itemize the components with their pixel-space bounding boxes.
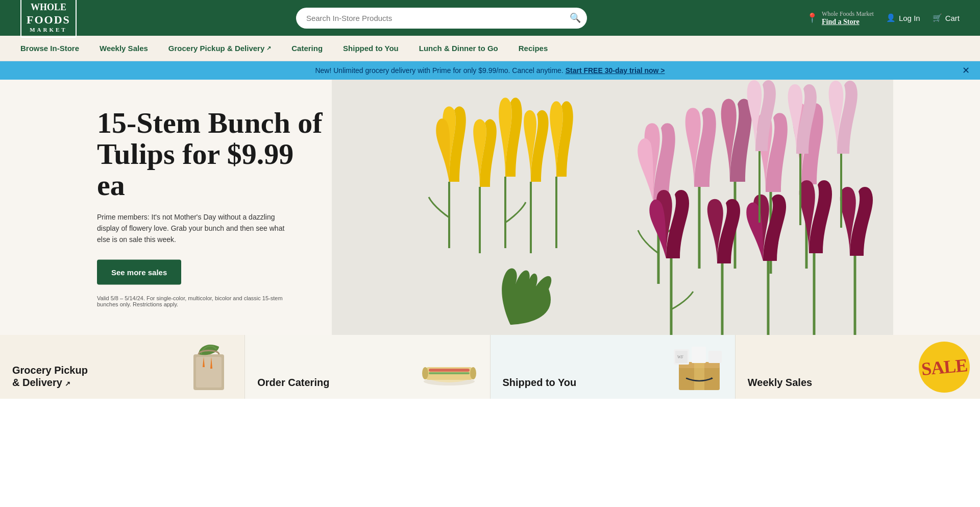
- header-actions: 📍 Whole Foods Market Find a Store 👤 Log …: [806, 10, 960, 26]
- sale-circle: SALE: [919, 342, 970, 393]
- svg-rect-25: [429, 372, 470, 374]
- card-grocery-pickup[interactable]: Grocery Pickup& Delivery ↗: [0, 335, 245, 399]
- card-sale-image: SALE: [914, 335, 975, 399]
- location-icon: 📍: [806, 12, 818, 23]
- nav-catering[interactable]: Catering: [281, 36, 333, 61]
- hero-image: [245, 80, 980, 335]
- sale-text: SALE: [920, 354, 968, 380]
- main-nav: Browse In-Store Weekly Sales Grocery Pic…: [0, 36, 980, 61]
- nav-shipped-to-you[interactable]: Shipped to You: [333, 36, 409, 61]
- svg-rect-35: [708, 351, 722, 363]
- nav-browse-in-store[interactable]: Browse In-Store: [20, 36, 89, 61]
- svg-rect-20: [196, 357, 222, 388]
- search-button[interactable]: 🔍: [570, 12, 581, 23]
- user-icon: 👤: [886, 13, 896, 22]
- logo-area[interactable]: WHOLE FOODS MARKET: [20, 0, 77, 38]
- hero-subtitle: Prime members: It's not Mother's Day wit…: [97, 211, 291, 245]
- card-shipped-image: WF: [669, 335, 730, 399]
- search-input[interactable]: [296, 8, 587, 29]
- banner-close-button[interactable]: ✕: [962, 65, 970, 76]
- search-icon: 🔍: [570, 13, 581, 23]
- svg-rect-30: [694, 362, 704, 390]
- nav-weekly-sales[interactable]: Weekly Sales: [89, 36, 158, 61]
- see-more-sales-button[interactable]: See more sales: [97, 259, 181, 284]
- login-button[interactable]: 👤 Log In: [886, 13, 920, 22]
- external-link-icon: ↗: [65, 380, 70, 388]
- cart-button[interactable]: 🛒 Cart: [933, 13, 960, 22]
- search-bar: 🔍: [296, 8, 587, 29]
- svg-point-27: [470, 367, 476, 379]
- cart-icon: 🛒: [933, 13, 942, 22]
- card-grocery-title: Grocery Pickup& Delivery ↗: [12, 364, 88, 389]
- card-weekly-sales[interactable]: Weekly Sales SALE: [736, 335, 980, 399]
- external-link-icon: ↗: [266, 45, 271, 52]
- banner-cta[interactable]: Start FREE 30-day trial now >: [566, 66, 665, 75]
- hero-disclaimer: Valid 5/8 – 5/14/24. For single-color, m…: [97, 295, 301, 307]
- banner-text: New! Unlimited grocery delivery with Pri…: [315, 66, 563, 75]
- svg-rect-24: [429, 369, 470, 372]
- bottom-cards: Grocery Pickup& Delivery ↗ Order Cater: [0, 335, 980, 399]
- svg-text:WF: WF: [677, 355, 684, 359]
- nav-lunch-dinner[interactable]: Lunch & Dinner to Go: [409, 36, 508, 61]
- hero-title: 15-Stem Bunch of Tulips for $9.99 ea: [97, 108, 327, 201]
- card-sale-title: Weekly Sales: [748, 376, 812, 389]
- card-catering-title: Order Catering: [257, 376, 329, 389]
- nav-grocery-pickup[interactable]: Grocery Pickup & Delivery ↗: [158, 36, 281, 61]
- card-shipped-to-you[interactable]: Shipped to You WF: [491, 335, 736, 399]
- store-finder[interactable]: 📍 Whole Foods Market Find a Store: [806, 10, 874, 26]
- hero-section: 15-Stem Bunch of Tulips for $9.99 ea Pri…: [0, 80, 980, 335]
- site-header: WHOLE FOODS MARKET 🔍 📍 Whole Foods Marke…: [0, 0, 980, 36]
- store-name-label: Whole Foods Market: [822, 10, 874, 18]
- find-store-link[interactable]: Find a Store: [822, 18, 874, 26]
- card-grocery-image: [178, 335, 239, 399]
- card-order-catering[interactable]: Order Catering: [245, 335, 490, 399]
- hero-content: 15-Stem Bunch of Tulips for $9.99 ea Pri…: [97, 108, 327, 307]
- nav-recipes[interactable]: Recipes: [508, 36, 558, 61]
- whole-foods-logo: WHOLE FOODS MARKET: [20, 0, 77, 38]
- svg-point-26: [422, 367, 428, 379]
- svg-rect-34: [692, 347, 706, 363]
- card-catering-image: [419, 335, 480, 399]
- card-shipped-title: Shipped to You: [503, 376, 577, 389]
- promo-banner: New! Unlimited grocery delivery with Pri…: [0, 61, 980, 80]
